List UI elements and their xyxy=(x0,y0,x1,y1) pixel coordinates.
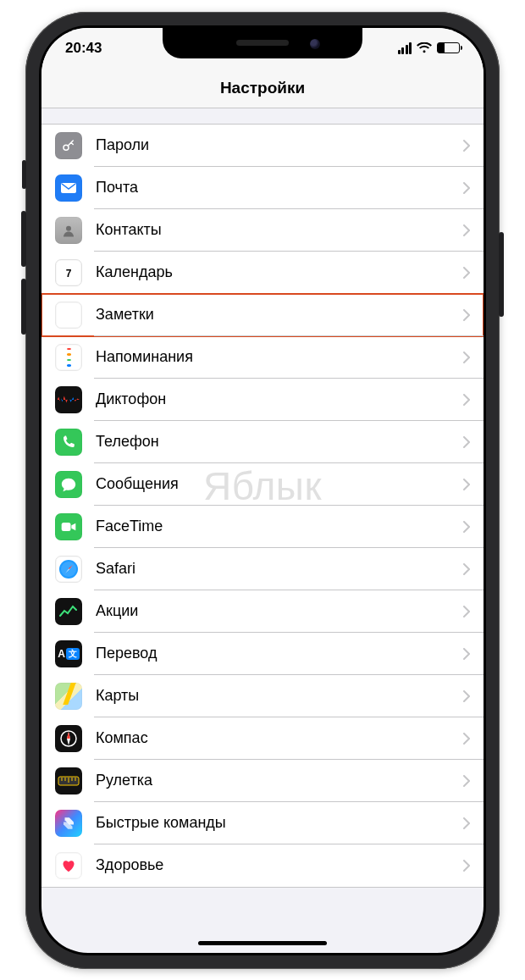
messages-icon xyxy=(55,471,82,498)
row-label: FaceTime xyxy=(96,518,463,535)
phone-bezel: 20:43 Настройки Яблык Пар xyxy=(39,25,486,955)
row-label: Рулетка xyxy=(96,772,463,789)
row-notes[interactable]: Заметки xyxy=(41,294,484,336)
mute-switch xyxy=(22,160,26,189)
safari-icon xyxy=(55,556,82,583)
row-translate[interactable]: A文 Перевод xyxy=(41,633,484,675)
svg-rect-3 xyxy=(62,523,71,531)
row-measure[interactable]: Рулетка xyxy=(41,760,484,802)
cellular-icon xyxy=(398,42,412,54)
row-label: Здоровье xyxy=(96,856,463,874)
facetime-icon xyxy=(55,513,82,540)
chevron-right-icon xyxy=(463,733,470,745)
voicememo-icon xyxy=(55,386,82,413)
row-label: Safari xyxy=(96,560,463,578)
row-shortcuts[interactable]: Быстрые команды xyxy=(41,802,484,844)
contacts-icon xyxy=(55,217,82,244)
row-label: Перевод xyxy=(96,645,463,662)
row-safari[interactable]: Safari xyxy=(41,548,484,590)
status-indicators xyxy=(398,42,461,54)
chevron-right-icon xyxy=(463,775,470,787)
row-phone[interactable]: Телефон xyxy=(41,421,484,463)
chevron-right-icon xyxy=(463,817,470,829)
row-facetime[interactable]: FaceTime xyxy=(41,506,484,548)
chevron-right-icon xyxy=(463,436,470,448)
row-label: Быстрые команды xyxy=(96,814,463,832)
row-label: Напоминания xyxy=(96,348,463,366)
chevron-right-icon xyxy=(463,860,470,872)
row-label: Диктофон xyxy=(96,390,463,408)
row-messages[interactable]: Сообщения xyxy=(41,463,484,506)
notch xyxy=(163,28,362,58)
front-camera xyxy=(310,39,320,49)
volume-up-button xyxy=(21,211,26,267)
reminders-icon xyxy=(55,344,82,371)
chevron-right-icon xyxy=(463,182,470,194)
settings-list: Пароли Почта Контакты xyxy=(41,124,484,888)
row-label: Пароли xyxy=(96,136,463,154)
row-label: Компас xyxy=(96,729,463,747)
row-voicememo[interactable]: Диктофон xyxy=(41,379,484,421)
chevron-right-icon xyxy=(463,224,470,236)
translate-icon: A文 xyxy=(55,640,82,667)
chevron-right-icon xyxy=(463,140,470,152)
home-indicator[interactable] xyxy=(198,941,327,945)
chevron-right-icon xyxy=(463,394,470,406)
chevron-right-icon xyxy=(463,563,470,575)
phone-frame: 20:43 Настройки Яблык Пар xyxy=(25,12,500,969)
phone-icon xyxy=(55,429,82,456)
row-maps[interactable]: Карты xyxy=(41,675,484,717)
svg-point-2 xyxy=(66,225,71,230)
row-health[interactable]: Здоровье xyxy=(41,844,484,887)
speaker-grille xyxy=(236,40,289,46)
row-label: Контакты xyxy=(96,221,463,239)
row-label: Сообщения xyxy=(96,475,463,493)
row-label: Телефон xyxy=(96,433,463,451)
calendar-icon: 7 xyxy=(55,259,82,286)
row-label: Календарь xyxy=(96,263,463,281)
row-compass[interactable]: Компас xyxy=(41,717,484,760)
page-title: Настройки xyxy=(220,79,305,97)
wifi-icon xyxy=(417,42,432,53)
chevron-right-icon xyxy=(463,352,470,363)
shortcuts-icon xyxy=(55,810,82,837)
row-reminders[interactable]: Напоминания xyxy=(41,336,484,379)
row-label: Акции xyxy=(96,602,463,620)
row-stocks[interactable]: Акции xyxy=(41,590,484,633)
chevron-right-icon xyxy=(463,521,470,533)
power-button xyxy=(499,232,504,317)
chevron-right-icon xyxy=(463,309,470,321)
health-icon xyxy=(55,852,82,879)
key-icon xyxy=(55,132,82,159)
compass-icon xyxy=(55,725,82,752)
chevron-right-icon xyxy=(463,479,470,490)
measure-icon xyxy=(55,767,82,795)
row-passwords[interactable]: Пароли xyxy=(41,125,484,167)
maps-icon xyxy=(55,683,82,710)
screen: 20:43 Настройки Яблык Пар xyxy=(41,28,484,953)
chevron-right-icon xyxy=(463,267,470,279)
row-label: Карты xyxy=(96,687,463,705)
status-time: 20:43 xyxy=(65,40,102,57)
row-label: Почта xyxy=(96,179,463,197)
row-label: Заметки xyxy=(96,306,463,324)
row-mail[interactable]: Почта xyxy=(41,167,484,209)
chevron-right-icon xyxy=(463,648,470,660)
notes-icon xyxy=(55,302,82,329)
chevron-right-icon xyxy=(463,690,470,702)
row-contacts[interactable]: Контакты xyxy=(41,209,484,252)
stocks-icon xyxy=(55,598,82,625)
row-calendar[interactable]: 7 Календарь xyxy=(41,252,484,294)
battery-icon xyxy=(437,42,460,53)
volume-down-button xyxy=(21,279,26,335)
chevron-right-icon xyxy=(463,606,470,617)
mail-icon xyxy=(55,174,82,202)
